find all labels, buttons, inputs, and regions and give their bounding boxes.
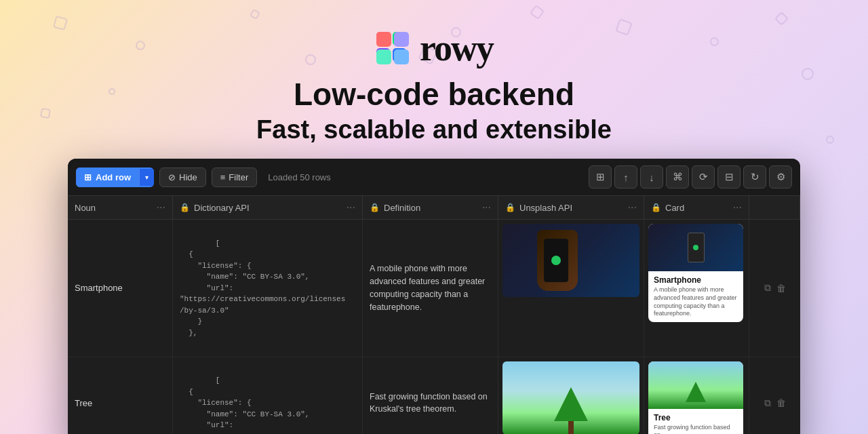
export-button[interactable]: ↑	[614, 165, 637, 189]
dict-value-smartphone: [ { "license": { "name": "CC BY-SA 3.0",…	[180, 239, 345, 337]
unsplash-label: Unsplash API	[519, 203, 572, 213]
noun-more[interactable]: ···	[157, 201, 165, 214]
column-header-extra	[749, 196, 800, 219]
card-phone-dot	[693, 245, 698, 250]
cell-card-smartphone: Smartphone A mobile phone with more adva…	[644, 220, 749, 357]
add-row-dropdown[interactable]: ▾	[139, 169, 154, 186]
column-header-card: 🔒 Card ···	[644, 196, 749, 219]
table-row: Tree [ { "license": { "name": "CC BY-SA …	[68, 357, 800, 434]
logo-container: rowy	[0, 27, 868, 69]
loaded-rows-status: Loaded 50 rows	[262, 172, 583, 182]
unsplash-more[interactable]: ···	[628, 201, 637, 214]
card-img-tree	[648, 361, 743, 409]
svg-rect-6	[376, 50, 391, 64]
tree-crown	[554, 387, 588, 421]
cell-card-tree: Tree Fast growing function based on	[644, 357, 749, 434]
copy-icon[interactable]: ⧉	[764, 397, 771, 409]
noun-label: Noun	[75, 203, 96, 213]
card-tree-crown	[686, 382, 706, 402]
delete-icon[interactable]: 🗑	[776, 283, 786, 294]
tree-trunk	[568, 421, 574, 434]
toolbar-icon-group: ⊞ ↑ ↓ ⌘ ⟳ ⊟ ↻ ⚙	[589, 165, 792, 189]
cell-noun-smartphone: Smartphone	[68, 220, 173, 357]
import-button[interactable]: ↓	[640, 165, 663, 189]
table-body: Smartphone [ { "license": { "name": "CC …	[68, 220, 800, 434]
hero-section: rowy Low-code backend Fast, scalable and…	[0, 0, 868, 145]
lock-icon-unsplash: 🔒	[505, 203, 515, 212]
tree-shape	[554, 387, 588, 434]
def-value-tree: Fast growing function based on Kruskal's…	[370, 391, 491, 416]
fields-button[interactable]: ⊟	[717, 165, 741, 189]
column-header-definition: 🔒 Definition ···	[363, 196, 498, 219]
cell-def-tree: Fast growing function based on Kruskal's…	[363, 357, 498, 434]
table-ui-container: ⊞ Add row ▾ ⊘ Hide ≡ Filter Loaded 50 ro…	[68, 159, 800, 434]
dict-value-tree: [ { "license": { "name": "CC BY-SA 3.0",…	[180, 376, 309, 429]
card-phone-mini	[688, 233, 705, 262]
svg-rect-4	[376, 32, 391, 47]
card-desc-smartphone: A mobile phone with more advanced featur…	[654, 286, 738, 318]
cell-def-smartphone: A mobile phone with more advanced featur…	[363, 220, 498, 357]
toolbar: ⊞ Add row ▾ ⊘ Hide ≡ Filter Loaded 50 ro…	[68, 159, 800, 196]
filter-label: Filter	[229, 172, 248, 182]
cell-noun-tree: Tree	[68, 357, 173, 434]
view-toggle-button[interactable]: ⊞	[589, 165, 612, 189]
lock-icon-dict: 🔒	[180, 203, 190, 212]
svg-rect-7	[394, 50, 409, 64]
hide-button[interactable]: ⊘ Hide	[159, 167, 206, 187]
unsplash-img-tree	[502, 361, 639, 434]
def-more[interactable]: ···	[482, 201, 491, 214]
lock-icon-card: 🔒	[651, 203, 661, 212]
card-tree: Tree Fast growing function based on	[648, 361, 743, 434]
cell-dict-smartphone: [ { "license": { "name": "CC BY-SA 3.0",…	[173, 220, 363, 357]
add-row-button[interactable]: ⊞ Add row ▾	[76, 167, 154, 187]
table-header: Noun ··· 🔒 Dictionary API ··· 🔒 Definiti…	[68, 196, 800, 220]
card-body-smartphone: Smartphone A mobile phone with more adva…	[648, 271, 743, 322]
card-desc-tree: Fast growing function based on	[654, 424, 738, 434]
phone-screen	[544, 239, 568, 282]
dict-more[interactable]: ···	[347, 201, 355, 214]
logo-text: rowy	[420, 27, 493, 69]
noun-value-tree: Tree	[75, 398, 92, 408]
table-icon: ⊞	[84, 172, 92, 182]
card-title-smartphone: Smartphone	[654, 275, 738, 285]
tagline-secondary: Fast, scalable and extensible	[0, 115, 868, 146]
delete-icon[interactable]: 🗑	[776, 397, 786, 408]
card-more[interactable]: ···	[733, 201, 742, 214]
refresh-button[interactable]: ↻	[743, 165, 766, 189]
copy-icon[interactable]: ⧉	[764, 282, 771, 294]
cell-actions-tree: ⧉ 🗑	[749, 357, 800, 434]
unsplash-img-smartphone	[502, 224, 639, 297]
filter-button[interactable]: ≡ Filter	[212, 167, 257, 187]
add-row-main[interactable]: ⊞ Add row	[76, 167, 139, 187]
cell-unsplash-smartphone	[498, 220, 644, 357]
definition-label: Definition	[384, 203, 420, 213]
table-row: Smartphone [ { "license": { "name": "CC …	[68, 220, 800, 357]
noun-value-smartphone: Smartphone	[75, 283, 123, 293]
filter-icon: ≡	[220, 172, 226, 182]
column-header-noun: Noun ···	[68, 196, 173, 219]
hide-label: Hide	[179, 172, 197, 182]
card-title-tree: Tree	[654, 413, 738, 422]
extensions-button[interactable]: ⌘	[666, 165, 689, 189]
column-header-unsplash: 🔒 Unsplash API ···	[498, 196, 644, 219]
rowy-logo-icon	[375, 31, 410, 66]
card-label: Card	[665, 203, 684, 213]
svg-rect-5	[394, 32, 409, 47]
column-header-dictionary: 🔒 Dictionary API ···	[173, 196, 363, 219]
dictionary-label: Dictionary API	[194, 203, 250, 213]
cell-dict-tree: [ { "license": { "name": "CC BY-SA 3.0",…	[173, 357, 363, 434]
automations-button[interactable]: ⟳	[692, 165, 715, 189]
settings-button[interactable]: ⚙	[769, 165, 792, 189]
lock-icon-def: 🔒	[370, 203, 380, 212]
card-img-smartphone	[648, 224, 743, 271]
card-smartphone: Smartphone A mobile phone with more adva…	[648, 224, 743, 322]
def-value-smartphone: A mobile phone with more advanced featur…	[370, 262, 491, 313]
card-body-tree: Tree Fast growing function based on	[648, 409, 743, 434]
add-row-label: Add row	[96, 172, 131, 182]
hide-icon: ⊘	[168, 172, 176, 182]
tagline-primary: Low-code backend	[0, 77, 868, 112]
cell-unsplash-tree	[498, 357, 644, 434]
green-dot	[551, 256, 561, 265]
cell-actions-smartphone: ⧉ 🗑	[749, 220, 800, 357]
